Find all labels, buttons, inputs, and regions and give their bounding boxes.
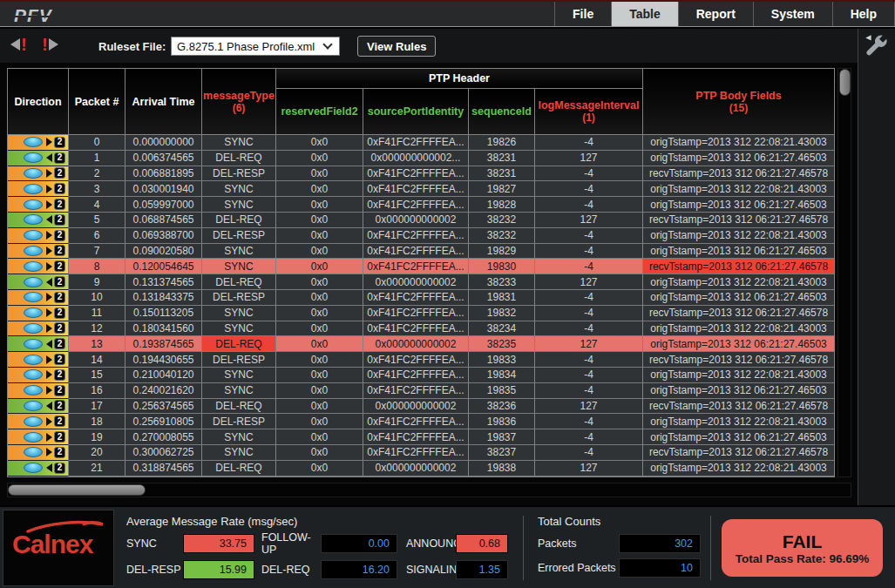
message-type-cell[interactable]: SYNC bbox=[202, 197, 276, 213]
reserved-field2-cell[interactable]: 0x0 bbox=[276, 445, 363, 461]
ptp-body-fields-cell[interactable]: recvTstamp=2013 312 06:21:27.46578 bbox=[643, 213, 834, 228]
direction-cell[interactable]: 2 bbox=[8, 383, 69, 399]
reserved-field2-cell[interactable]: 0x0 bbox=[276, 290, 363, 306]
source-port-identity-cell[interactable]: 0xF41FC2FFFFEA... bbox=[363, 368, 469, 383]
ptp-body-fields-cell[interactable]: origTstamp=2013 312 06:21:27.46503 bbox=[643, 290, 834, 306]
direction-cell[interactable]: 2 bbox=[8, 429, 69, 445]
reserved-field2-cell[interactable]: 0x0 bbox=[276, 414, 363, 429]
packet-number-cell[interactable]: 2 bbox=[69, 166, 125, 182]
message-type-cell[interactable]: DEL-RESP bbox=[202, 414, 276, 429]
sequence-id-cell[interactable]: 19829 bbox=[469, 244, 535, 260]
log-message-interval-cell[interactable]: 127 bbox=[535, 274, 643, 290]
menu-system[interactable]: System bbox=[753, 2, 832, 26]
view-rules-button[interactable]: View Rules bbox=[357, 36, 436, 57]
sequence-id-cell[interactable]: 19833 bbox=[469, 352, 535, 368]
column-header-message-type[interactable]: messageType (6) bbox=[202, 69, 276, 134]
menu-help[interactable]: Help bbox=[832, 2, 895, 26]
arrival-time-cell[interactable]: 0.240021620 bbox=[125, 383, 202, 399]
menu-file[interactable]: File bbox=[554, 2, 611, 26]
arrival-time-cell[interactable]: 0.256374565 bbox=[125, 399, 202, 415]
packet-number-cell[interactable]: 11 bbox=[69, 306, 125, 321]
arrival-time-cell[interactable]: 0.131374565 bbox=[125, 274, 202, 290]
direction-cell[interactable]: 2 bbox=[8, 461, 69, 476]
reserved-field2-cell[interactable]: 0x0 bbox=[276, 399, 363, 415]
direction-cell[interactable]: 2 bbox=[8, 259, 69, 274]
ruleset-file-select[interactable]: G.8275.1 Phase Profile.xml bbox=[171, 37, 340, 56]
sequence-id-cell[interactable]: 19830 bbox=[469, 259, 535, 274]
source-port-identity-cell[interactable]: 0xF41FC2FFFFEA... bbox=[363, 306, 469, 321]
reserved-field2-cell[interactable]: 0x0 bbox=[276, 244, 363, 260]
previous-error-button[interactable]: ! bbox=[10, 37, 27, 52]
message-type-cell[interactable]: SYNC bbox=[202, 259, 276, 274]
arrival-time-cell[interactable]: 0.069388700 bbox=[125, 228, 202, 244]
vertical-scrollbar-thumb[interactable] bbox=[839, 69, 851, 96]
direction-cell[interactable]: 2 bbox=[8, 151, 69, 166]
sequence-id-cell[interactable]: 38231 bbox=[469, 166, 535, 182]
source-port-identity-cell[interactable]: 0x000000000002... bbox=[363, 151, 469, 166]
packet-number-cell[interactable]: 6 bbox=[69, 228, 125, 244]
reserved-field2-cell[interactable]: 0x0 bbox=[276, 135, 363, 151]
arrival-time-cell[interactable]: 0.059997000 bbox=[125, 197, 202, 213]
column-header-direction[interactable]: Direction bbox=[8, 69, 69, 134]
message-type-cell[interactable]: SYNC bbox=[202, 135, 276, 151]
column-header-source-port-identity[interactable]: sourcePortIdentity bbox=[363, 89, 469, 134]
reserved-field2-cell[interactable]: 0x0 bbox=[276, 306, 363, 321]
column-header-arrival-time[interactable]: Arrival Time bbox=[125, 69, 202, 134]
log-message-interval-cell[interactable]: -4 bbox=[535, 197, 643, 213]
packet-number-cell[interactable]: 13 bbox=[69, 336, 125, 352]
log-message-interval-cell[interactable]: -4 bbox=[535, 290, 643, 306]
reserved-field2-cell[interactable]: 0x0 bbox=[276, 383, 363, 399]
message-type-cell[interactable]: DEL-REQ bbox=[202, 213, 276, 228]
direction-cell[interactable]: 2 bbox=[8, 321, 69, 337]
packet-number-cell[interactable]: 0 bbox=[69, 135, 125, 151]
source-port-identity-cell[interactable]: 0xF41FC2FFFFEA... bbox=[363, 429, 469, 445]
packet-number-cell[interactable]: 18 bbox=[69, 414, 125, 429]
direction-cell[interactable]: 2 bbox=[8, 181, 69, 197]
ptp-body-fields-cell[interactable]: origTstamp=2013 312 22:08:21.43003 bbox=[643, 414, 834, 429]
ptp-body-fields-cell[interactable]: recvTstamp=2013 312 06:21:27.46578 bbox=[643, 352, 834, 368]
log-message-interval-cell[interactable]: -4 bbox=[535, 181, 643, 197]
source-port-identity-cell[interactable]: 0xF41FC2FFFFEA... bbox=[363, 321, 469, 337]
sequence-id-cell[interactable]: 19832 bbox=[469, 306, 535, 321]
message-type-cell[interactable]: DEL-RESP bbox=[202, 228, 276, 244]
source-port-identity-cell[interactable]: 0x000000000002 bbox=[363, 213, 469, 228]
message-type-cell[interactable]: SYNC bbox=[202, 306, 276, 321]
arrival-time-cell[interactable]: 0.256910805 bbox=[125, 414, 202, 429]
packet-number-cell[interactable]: 7 bbox=[69, 244, 125, 260]
arrival-time-cell[interactable]: 0.006374565 bbox=[125, 151, 202, 166]
log-message-interval-cell[interactable]: -4 bbox=[535, 352, 643, 368]
sequence-id-cell[interactable]: 38232 bbox=[469, 228, 535, 244]
reserved-field2-cell[interactable]: 0x0 bbox=[276, 197, 363, 213]
ptp-body-fields-cell[interactable]: origTstamp=2013 312 22:08:21.43003 bbox=[643, 135, 834, 151]
column-header-packet[interactable]: Packet # bbox=[69, 69, 125, 134]
packet-number-cell[interactable]: 8 bbox=[69, 259, 125, 274]
next-error-button[interactable]: ! bbox=[42, 37, 58, 52]
sequence-id-cell[interactable]: 19827 bbox=[469, 181, 535, 197]
ptp-body-fields-cell[interactable]: origTstamp=2013 312 22:08:21.43003 bbox=[643, 181, 834, 197]
sequence-id-cell[interactable]: 19831 bbox=[469, 290, 535, 306]
menu-report[interactable]: Report bbox=[678, 2, 753, 26]
packet-number-cell[interactable]: 3 bbox=[69, 181, 125, 197]
reserved-field2-cell[interactable]: 0x0 bbox=[276, 321, 363, 337]
direction-cell[interactable]: 2 bbox=[8, 368, 69, 383]
reserved-field2-cell[interactable]: 0x0 bbox=[276, 151, 363, 166]
source-port-identity-cell[interactable]: 0xF41FC2FFFFEA... bbox=[363, 290, 469, 306]
message-type-cell[interactable]: DEL-RESP bbox=[202, 166, 276, 182]
sequence-id-cell[interactable]: 38232 bbox=[469, 213, 535, 228]
message-type-cell[interactable]: SYNC bbox=[202, 181, 276, 197]
sequence-id-cell[interactable]: 38234 bbox=[469, 321, 535, 337]
message-type-cell[interactable]: DEL-RESP bbox=[202, 290, 276, 306]
arrival-time-cell[interactable]: 0.194430655 bbox=[125, 352, 202, 368]
sequence-id-cell[interactable]: 19826 bbox=[469, 135, 535, 151]
settings-wrench-icon[interactable] bbox=[862, 32, 892, 65]
horizontal-scrollbar-thumb[interactable] bbox=[8, 484, 146, 496]
log-message-interval-cell[interactable]: -4 bbox=[535, 228, 643, 244]
direction-cell[interactable]: 2 bbox=[8, 274, 69, 290]
sequence-id-cell[interactable]: 38237 bbox=[469, 445, 535, 461]
sequence-id-cell[interactable]: 19837 bbox=[469, 429, 535, 445]
arrival-time-cell[interactable]: 0.068874565 bbox=[125, 213, 202, 228]
source-port-identity-cell[interactable]: 0xF41FC2FFFFEA... bbox=[363, 414, 469, 429]
log-message-interval-cell[interactable]: -4 bbox=[535, 166, 643, 182]
source-port-identity-cell[interactable]: 0xF41FC2FFFFEA... bbox=[363, 228, 469, 244]
ptp-body-fields-cell[interactable]: origTstamp=2013 312 22:08:21.43003 bbox=[643, 274, 834, 290]
